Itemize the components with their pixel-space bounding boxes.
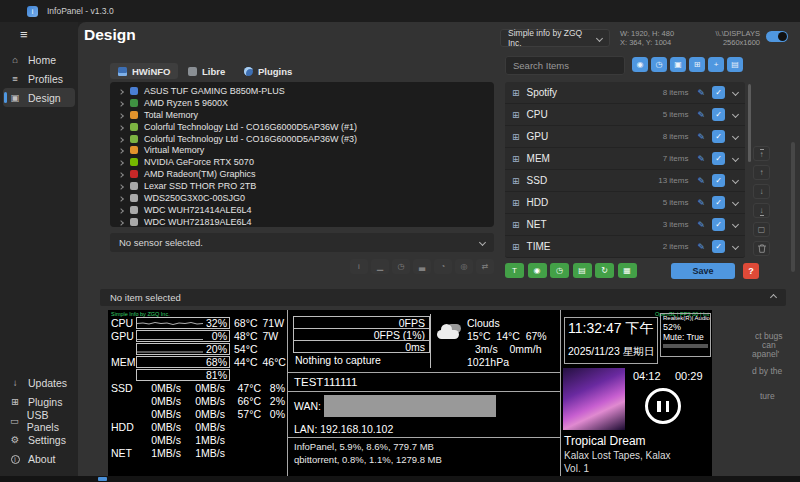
panel-preview[interactable]: Simple Info by ZGQ Inc. CPU 32% 68°C71W … xyxy=(108,310,712,479)
net-row: NET 1MB/s 1MB/s xyxy=(111,447,285,459)
group-row-spotify[interactable]: ⊞ Spotify 8 items ✎ ✓ xyxy=(505,82,745,104)
edit-icon[interactable]: ✎ xyxy=(697,132,705,142)
chevron-down-icon[interactable] xyxy=(732,221,739,228)
disk-icon xyxy=(130,218,138,226)
tab-hwinfo[interactable]: HWiNFO xyxy=(110,63,178,79)
save-button[interactable]: Save xyxy=(671,263,735,279)
bar-button[interactable]: ▃ xyxy=(413,259,431,274)
tree-row[interactable]: Virtual Memory xyxy=(110,144,494,156)
duplicate-button[interactable]: ▢ xyxy=(753,222,770,237)
tree-row[interactable]: WDC WUH721414ALE6L4 xyxy=(110,204,494,216)
tab-libre[interactable]: Libre xyxy=(180,63,233,79)
add-text-button[interactable]: T xyxy=(505,263,524,278)
gauge-button[interactable]: ◔ xyxy=(434,259,452,274)
edit-icon[interactable]: ✎ xyxy=(697,110,705,120)
visible-checkbox[interactable]: ✓ xyxy=(712,218,725,231)
chevron-down-icon[interactable] xyxy=(732,243,739,250)
move-top-button[interactable]: ↑ xyxy=(753,146,770,161)
visible-checkbox[interactable]: ✓ xyxy=(712,174,725,187)
sidebar-item-home[interactable]: ⌂ Home xyxy=(0,50,78,69)
edit-icon[interactable]: ✎ xyxy=(697,88,705,98)
edit-icon[interactable]: ✎ xyxy=(697,220,705,230)
group-row-cpu[interactable]: ⊞ CPU 5 items ✎ ✓ xyxy=(505,104,745,126)
visible-checkbox[interactable]: ✓ xyxy=(712,196,725,209)
group-row-net[interactable]: ⊞ NET 3 items ✎ ✓ xyxy=(505,214,745,236)
add-gauge-button[interactable]: ↻ xyxy=(595,263,614,278)
memory-icon xyxy=(130,123,138,131)
tree-row[interactable]: NVIDIA GeForce RTX 5070 xyxy=(110,156,494,168)
group-row-ssd[interactable]: ⊞ SSD 13 items ✎ ✓ xyxy=(505,170,745,192)
tab-plugins[interactable]: Plugins xyxy=(236,63,300,79)
add-image-button[interactable]: ◉ xyxy=(528,263,547,278)
info-button[interactable]: i xyxy=(350,259,368,274)
sidebar-item-usb-panels[interactable]: ▭ USB Panels xyxy=(0,411,78,430)
tree-row[interactable]: ASUS TUF GAMING B850M-PLUS xyxy=(110,85,494,97)
capture-status: Nothing to capture xyxy=(295,354,381,366)
donut-button[interactable]: ◎ xyxy=(455,259,473,274)
sidebar-item-updates[interactable]: ↓ Updates xyxy=(0,373,78,392)
sensor-select-dropdown[interactable]: No sensor selected. xyxy=(110,233,494,252)
chevron-down-icon[interactable] xyxy=(732,111,739,118)
hamburger-menu-icon[interactable]: ≡ xyxy=(20,27,34,42)
tree-row[interactable]: Total Memory xyxy=(110,109,494,121)
edit-icon[interactable]: ✎ xyxy=(697,198,705,208)
visible-checkbox[interactable]: ✓ xyxy=(712,152,725,165)
profiles-icon: ≡ xyxy=(9,73,21,84)
edit-icon[interactable]: ✎ xyxy=(697,154,705,164)
edit-icon[interactable]: ✎ xyxy=(697,176,705,186)
add-button[interactable]: ⊞ xyxy=(689,57,705,72)
search-input[interactable] xyxy=(505,56,625,75)
move-bottom-button[interactable]: ↓ xyxy=(753,203,770,218)
toggle-knob xyxy=(778,32,787,41)
item-group-list: ⊞ Spotify 8 items ✎ ✓ ⊞ CPU 5 items ✎ ✓ … xyxy=(505,82,745,258)
tree-row[interactable]: WDS250G3X0C-00SJG0 xyxy=(110,192,494,204)
edit-icon[interactable]: ✎ xyxy=(697,242,705,252)
help-button[interactable]: ? xyxy=(743,263,759,279)
tree-row[interactable]: Lexar SSD THOR PRO 2TB xyxy=(110,180,494,192)
trash-icon xyxy=(758,244,766,253)
sidebar-item-profiles[interactable]: ≡ Profiles xyxy=(0,69,78,88)
group-row-mem[interactable]: ⊞ MEM 7 items ✎ ✓ xyxy=(505,148,745,170)
visible-checkbox[interactable]: ✓ xyxy=(712,130,725,143)
visible-checkbox[interactable]: ✓ xyxy=(712,240,725,253)
group-row-gpu[interactable]: ⊞ GPU 8 items ✎ ✓ xyxy=(505,126,745,148)
sidebar-item-about[interactable]: i About xyxy=(0,449,78,468)
move-button[interactable]: + xyxy=(708,57,724,72)
chevron-down-icon[interactable] xyxy=(732,155,739,162)
display-toggle[interactable] xyxy=(766,31,788,42)
tree-row[interactable]: AMD Radeon(TM) Graphics xyxy=(110,168,494,180)
add-chart-button[interactable]: ▤ xyxy=(573,263,592,278)
chevron-down-icon[interactable] xyxy=(732,89,739,96)
visible-checkbox[interactable]: ✓ xyxy=(712,108,725,121)
sidebar-item-design[interactable]: ▣ Design xyxy=(3,88,75,107)
tree-row[interactable]: Colorful Technology Ltd - CO16G6000D5AP3… xyxy=(110,121,494,133)
profile-select[interactable]: Simple info by ZGQ Inc. xyxy=(500,29,610,47)
move-up-button[interactable]: ↑ xyxy=(753,165,770,180)
group-row-time[interactable]: ⊞ TIME 2 items ✎ ✓ xyxy=(505,236,745,258)
visible-checkbox[interactable]: ✓ xyxy=(712,86,725,99)
clock-button[interactable]: ◷ xyxy=(651,57,667,72)
swap-button[interactable]: ⇄ xyxy=(476,259,494,274)
page-scrollbar[interactable] xyxy=(791,142,795,272)
group-row-hdd[interactable]: ⊞ HDD 5 items ✎ ✓ xyxy=(505,192,745,214)
tree-row[interactable]: Colorful Technology Ltd - CO16G6000D5AP3… xyxy=(110,133,494,145)
frame-button[interactable]: ▣ xyxy=(670,57,686,72)
add-table-button[interactable]: ▦ xyxy=(618,263,637,278)
selection-status-bar[interactable]: No item selected xyxy=(100,289,786,306)
table-button[interactable]: ▤ xyxy=(727,57,743,72)
move-down-button[interactable]: ↓ xyxy=(753,184,770,199)
add-clock-button[interactable]: ◷ xyxy=(550,263,569,278)
chevron-down-icon[interactable] xyxy=(732,177,739,184)
list-scrollbar[interactable] xyxy=(748,84,751,162)
graph-button[interactable]: ▁ xyxy=(371,259,389,274)
taskbar-app-icon[interactable] xyxy=(98,477,107,481)
sidebar-item-settings[interactable]: ⚙ Settings xyxy=(0,430,78,449)
group-icon: ⊞ xyxy=(512,110,520,120)
tree-row[interactable]: WDC WUH721819ALE6L4 xyxy=(110,216,494,227)
chevron-down-icon[interactable] xyxy=(732,199,739,206)
tree-row[interactable]: AMD Ryzen 5 9600X xyxy=(110,97,494,109)
chevron-down-icon[interactable] xyxy=(732,133,739,140)
image-button[interactable]: ◉ xyxy=(632,57,648,72)
clock-button[interactable]: ◷ xyxy=(392,259,410,274)
delete-button[interactable] xyxy=(753,241,770,256)
